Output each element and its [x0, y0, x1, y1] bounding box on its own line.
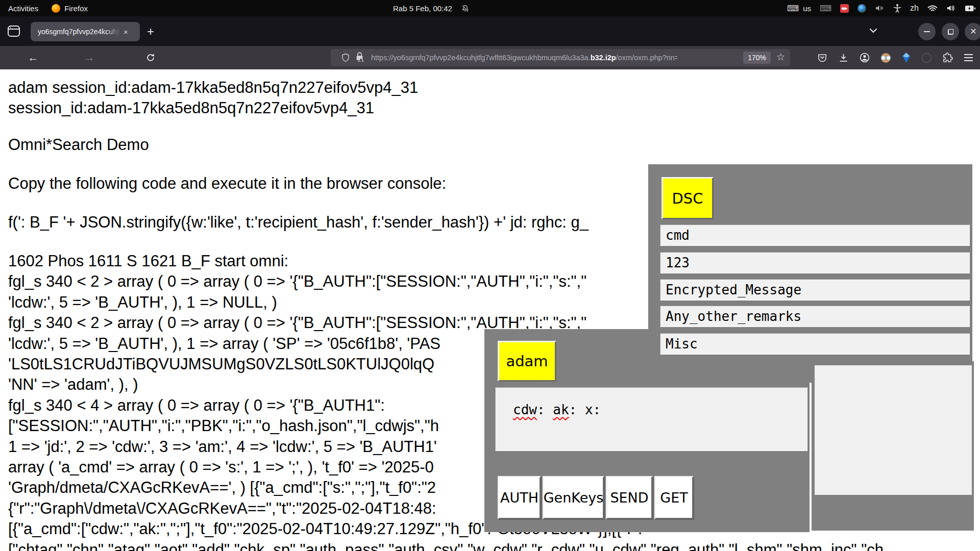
volume-icon [946, 4, 956, 12]
activities-button[interactable]: Activities [8, 0, 38, 16]
command-textarea[interactable]: cdw: ak: x: [495, 387, 807, 451]
url-bar[interactable]: https://yo6sgmfq7pfvvp2e4kcuhjtfg7wfltt6… [331, 49, 790, 66]
window-close-button[interactable]: ✕ [965, 23, 980, 40]
bookmark-star-icon[interactable]: ☆ [776, 51, 785, 62]
firefox-nav-toolbar: ← → https://yo6sgmfq7pfvvp2e4kcuhjtfg7wf… [0, 46, 980, 69]
ime-mode-icon: ◆▶ [840, 4, 849, 13]
dsc-button[interactable]: DSC [662, 177, 714, 219]
textarea-colon: : [537, 402, 545, 417]
back-button[interactable]: ← [26, 50, 41, 65]
ime-language-label: zh [910, 4, 919, 13]
forward-button[interactable]: → [82, 50, 97, 65]
empty-output-panel [812, 361, 974, 531]
system-tray[interactable]: ⌨ us ⌨ ◆▶ zh [787, 0, 976, 16]
genkeys-button[interactable]: GenKeys [543, 476, 604, 519]
keyboard-layout-icon: ⌨ [787, 4, 799, 13]
extension-dim-icon[interactable] [922, 53, 932, 63]
account-icon[interactable] [860, 53, 870, 63]
textarea-colon: : [569, 402, 577, 417]
extensions-puzzle-icon[interactable] [943, 53, 953, 63]
tab-title: yo6sgmfq7pfvvp2e4kcuhjtfg [38, 28, 120, 36]
send-button[interactable]: SEND [606, 476, 653, 519]
focused-app-menu[interactable]: Firefox [52, 0, 88, 16]
keyboard-layout-label: us [803, 4, 811, 13]
textarea-word: cdw [513, 402, 537, 417]
app-name-label: Firefox [64, 4, 88, 13]
dsc-field-remarks[interactable]: Any_other_remarks [660, 306, 970, 327]
output-box[interactable] [815, 365, 972, 495]
gnome-top-bar: Activities Firefox Rab 5 Feb, 00:42 ⌨ us… [0, 0, 980, 16]
downloads-icon[interactable] [839, 53, 848, 63]
media-levels-icon [875, 4, 885, 12]
list-all-tabs-chevron-icon[interactable] [869, 28, 878, 34]
code-snippet-line: f(': B_F '+ JSON.stringify({w:'like', t:… [8, 212, 589, 233]
window-minimize-button[interactable] [918, 23, 936, 40]
instruction-line: Copy the following code and execute it i… [8, 173, 446, 194]
window-restore-button[interactable] [942, 23, 959, 40]
clock-menu[interactable]: Rab 5 Feb, 00:42 [393, 0, 469, 16]
url-path: /oxm/oxm.php?nn=adam [616, 54, 677, 62]
url-prefix: https://yo6sgmfq7pfvvp2e4kcuhjtfg7wfltt6… [371, 54, 591, 62]
url-domain: b32.i2p [591, 54, 616, 62]
clock-label: Rab 5 Feb, 00:42 [393, 4, 452, 13]
page-text-line: adam session_id:adam-17kka5ed8n5q7n227ei… [8, 78, 418, 98]
web-page-content: adam session_id:adam-17kka5ed8n5q7n227ei… [0, 69, 980, 551]
browser-tab[interactable]: yo6sgmfq7pfvvp2e4kcuhjtfg × [31, 22, 140, 41]
dsc-field-123[interactable]: 123 [660, 252, 970, 273]
dsc-field-cmd[interactable]: cmd [660, 224, 970, 246]
zoom-level-badge[interactable]: 170% [743, 52, 771, 64]
dsc-field-message[interactable]: Encrypted_Message [660, 279, 970, 300]
new-tab-button[interactable]: + [147, 25, 154, 38]
extension-diamond-icon[interactable] [902, 53, 911, 63]
tracking-shield-icon[interactable] [341, 53, 350, 63]
firefox-logo-icon [52, 4, 60, 13]
accessibility-icon [893, 4, 901, 13]
dsc-panel: DSC cmd 123 Encrypted_Message Any_other_… [648, 164, 972, 383]
textarea-word: x: [585, 402, 601, 417]
page-text-line: ["chtag","chn","atag","aot","add","chk_s… [8, 540, 884, 551]
tab-close-icon[interactable]: × [124, 28, 128, 36]
dsc-field-misc[interactable]: Misc [660, 333, 970, 355]
adam-button[interactable]: adam [498, 341, 556, 382]
auth-button[interactable]: AUTH [498, 476, 541, 519]
lock-warning-icon[interactable] [355, 52, 364, 64]
page-title: Omni*Search Demo [8, 135, 149, 155]
textarea-word: ak [553, 402, 569, 417]
reload-button[interactable] [143, 50, 158, 65]
get-button[interactable]: GET [654, 476, 694, 519]
extension-face-icon[interactable] [881, 53, 891, 63]
firefox-tab-bar: yo6sgmfq7pfvvp2e4kcuhjtfg × + ✕ [0, 16, 980, 46]
firefox-view-icon[interactable] [7, 25, 20, 37]
notifications-muted-icon [461, 5, 469, 12]
battery-icon [965, 5, 976, 12]
url-text[interactable]: https://yo6sgmfq7pfvvp2e4kcuhjtfg7wfltt6… [371, 54, 677, 62]
globe-indicator-icon [857, 4, 866, 13]
page-text-line: session_id:adam-17kka5ed8n5q7n227eifov5v… [8, 98, 418, 118]
pocket-icon[interactable] [817, 53, 827, 63]
menu-hamburger-icon[interactable] [964, 54, 973, 61]
wifi-icon [927, 5, 938, 12]
session-id-paragraph: adam session_id:adam-17kka5ed8n5q7n227ei… [8, 78, 418, 119]
ime-keyboard-icon: ⌨ [820, 4, 831, 13]
